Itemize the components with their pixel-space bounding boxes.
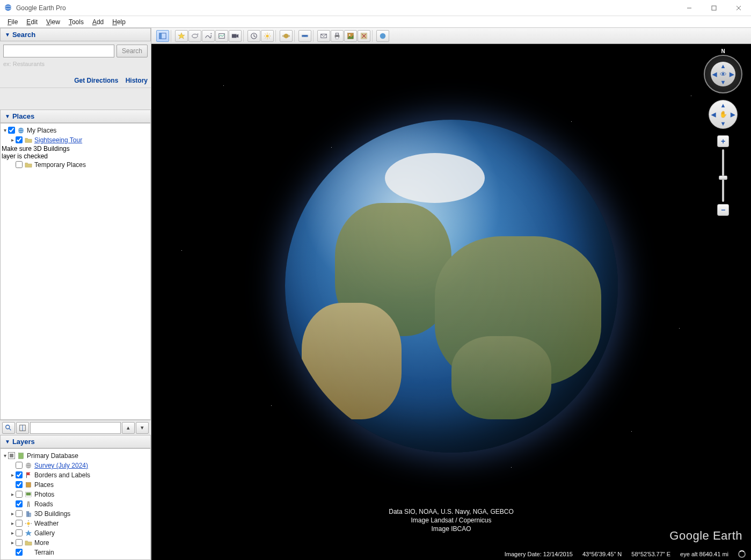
maximize-button[interactable] — [702, 0, 726, 16]
expander-icon[interactable]: ▸ — [9, 539, 16, 547]
layer-checkbox[interactable] — [16, 510, 23, 517]
sightseeing-tour-link[interactable]: Sightseeing Tour — [34, 136, 82, 144]
layers-panel-header[interactable]: ▼ Layers — [0, 435, 151, 448]
layer-checkbox[interactable] — [16, 471, 23, 478]
primary-database-label[interactable]: Primary Database — [27, 452, 78, 460]
save-image-button[interactable] — [344, 30, 357, 42]
earth-icon — [17, 126, 25, 135]
database-icon — [17, 452, 25, 460]
zoom-out-button[interactable]: − — [717, 204, 729, 216]
svg-line-44 — [269, 33, 269, 34]
add-placemark-button[interactable] — [175, 30, 188, 42]
look-down-icon[interactable]: ▼ — [720, 79, 726, 85]
map-viewport[interactable]: + + — [151, 28, 751, 560]
layer-checkbox[interactable] — [16, 491, 23, 498]
survey-checkbox[interactable] — [16, 462, 23, 469]
layer-label[interactable]: Terrain — [34, 548, 54, 557]
pan-down-icon[interactable]: ▼ — [720, 120, 726, 127]
my-places-label[interactable]: My Places — [27, 126, 56, 135]
menu-edit[interactable]: Edit — [22, 17, 42, 27]
layer-checkbox[interactable] — [16, 529, 23, 536]
move-up-button[interactable]: ▴ — [122, 422, 135, 434]
search-places-button[interactable] — [2, 422, 15, 434]
places-panel-header[interactable]: ▼ Places — [0, 110, 151, 123]
minimize-button[interactable] — [677, 0, 702, 16]
add-polygon-button[interactable]: + — [188, 30, 201, 42]
menu-view[interactable]: View — [42, 17, 64, 27]
expander-icon[interactable] — [9, 481, 16, 489]
earth-globe[interactable] — [285, 120, 618, 453]
temporary-places-label[interactable]: Temporary Places — [34, 161, 86, 169]
expander-icon[interactable]: ▸ — [9, 529, 16, 537]
move-down-button[interactable]: ▾ — [136, 422, 149, 434]
pan-up-icon[interactable]: ▲ — [720, 102, 726, 108]
layer-label[interactable]: Places — [34, 481, 54, 489]
layer-label[interactable]: More — [34, 539, 49, 547]
layer-checkbox[interactable] — [16, 539, 23, 546]
look-left-icon[interactable]: ◀ — [712, 71, 717, 78]
view-in-maps-button[interactable] — [358, 30, 370, 42]
survey-link[interactable]: Survey (July 2024) — [34, 461, 88, 470]
pan-left-icon[interactable]: ◀ — [711, 111, 716, 118]
sightseeing-checkbox[interactable] — [16, 136, 23, 143]
zoom-in-button[interactable]: + — [717, 135, 729, 147]
expander-icon[interactable]: ▸ — [9, 490, 16, 499]
search-input[interactable] — [3, 45, 114, 57]
layer-label[interactable]: Roads — [34, 500, 53, 508]
add-image-overlay-button[interactable] — [215, 30, 228, 42]
layer-checkbox[interactable] — [16, 500, 23, 507]
look-up-icon[interactable]: ▲ — [720, 63, 726, 69]
attribution-line-2: Image Landsat / Copernicus — [389, 516, 514, 525]
layer-checkbox[interactable] — [16, 520, 23, 527]
svg-point-59 — [349, 34, 351, 35]
historical-imagery-button[interactable] — [247, 30, 260, 42]
my-places-checkbox[interactable] — [8, 127, 15, 134]
record-tour-button[interactable] — [229, 30, 242, 42]
layer-label[interactable]: Weather — [34, 519, 59, 528]
expander-icon[interactable]: ▾ — [2, 452, 8, 460]
planet-button[interactable] — [280, 30, 293, 42]
add-path-button[interactable]: + — [202, 30, 215, 42]
look-right-icon[interactable]: ▶ — [730, 71, 734, 78]
temporary-places-checkbox[interactable] — [16, 161, 23, 168]
menu-help[interactable]: Help — [108, 17, 130, 27]
menu-bar: File Edit View Tools Add Help — [0, 16, 751, 28]
pan-right-icon[interactable]: ▶ — [731, 111, 735, 118]
look-compass[interactable]: N ▲ ▼ ◀ ▶ 👁 — [704, 55, 742, 93]
menu-tools[interactable]: Tools — [64, 17, 88, 27]
menu-add[interactable]: Add — [88, 17, 108, 27]
expander-icon[interactable]: ▾ — [2, 126, 8, 135]
layer-label[interactable]: Borders and Labels — [34, 471, 90, 479]
close-button[interactable] — [726, 0, 751, 16]
get-directions-link[interactable]: Get Directions — [74, 77, 118, 84]
layer-label[interactable]: Photos — [34, 490, 54, 499]
places-filter-input[interactable] — [30, 422, 121, 434]
expander-icon[interactable]: ▸ — [9, 471, 16, 479]
sunlight-button[interactable] — [261, 30, 274, 42]
layer-checkbox[interactable] — [16, 549, 23, 556]
primary-db-checkbox[interactable] — [8, 452, 15, 459]
earth-view-button[interactable] — [376, 30, 389, 42]
search-button[interactable]: Search — [116, 45, 148, 57]
expander-icon[interactable] — [9, 500, 16, 508]
layer-label[interactable]: 3D Buildings — [34, 510, 70, 518]
layer-checkbox[interactable] — [16, 481, 23, 488]
toggle-sidebar-button[interactable] — [156, 30, 169, 42]
expander-icon[interactable]: ▸ — [9, 510, 16, 518]
expander-icon[interactable]: ▸ — [9, 136, 16, 144]
road-icon — [24, 500, 33, 508]
map-toolbar: + + — [151, 28, 751, 44]
split-view-button[interactable] — [16, 422, 29, 434]
email-button[interactable] — [317, 30, 330, 42]
search-panel-header[interactable]: ▼ Search — [0, 28, 151, 41]
zoom-track[interactable] — [722, 149, 724, 202]
layer-label[interactable]: Gallery — [34, 529, 55, 537]
menu-file[interactable]: File — [3, 17, 22, 27]
expander-icon[interactable]: ▸ — [9, 519, 16, 528]
expander-icon[interactable] — [9, 548, 16, 557]
zoom-handle[interactable] — [719, 176, 727, 180]
print-button[interactable] — [331, 30, 344, 42]
pan-control[interactable]: ▲ ▼ ◀ ▶ ✋ — [709, 100, 738, 129]
ruler-button[interactable] — [298, 30, 311, 42]
history-link[interactable]: History — [126, 77, 148, 84]
